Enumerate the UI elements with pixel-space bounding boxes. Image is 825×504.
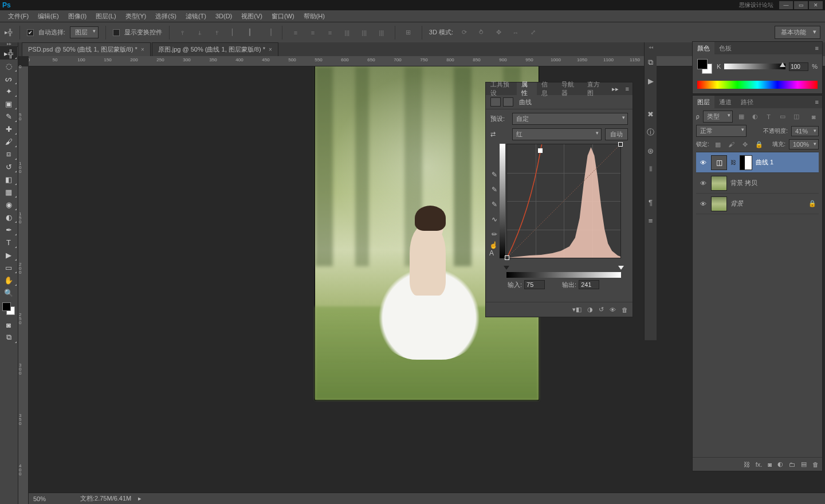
close-tab-icon[interactable]: × (269, 46, 272, 53)
blend-mode-select[interactable]: 正常 (696, 125, 747, 137)
eyedropper-tool[interactable]: ✎ (0, 110, 17, 123)
targeted-adjust-icon[interactable]: ☝A (489, 245, 500, 254)
new-layer-icon[interactable]: ▤ (801, 460, 807, 468)
color-wells[interactable] (2, 302, 15, 315)
mask-link-icon[interactable]: ⛓ (730, 159, 736, 166)
ruler-vertical[interactable]: 05 01 0 01 5 02 0 02 5 03 0 03 5 04 0 0 (18, 66, 29, 504)
auto-select-target[interactable]: 图层 (70, 26, 99, 38)
eyedropper-white-icon[interactable]: ✎ (489, 200, 500, 209)
curve-point-mid[interactable] (538, 148, 543, 153)
doc-tab-0[interactable]: PSD.psd @ 50% (曲线 1, 图层蒙版/8) *× (22, 42, 151, 56)
layer-name[interactable]: 背景 (730, 199, 805, 208)
brush-preset-icon[interactable]: ✖ (646, 109, 656, 119)
visibility-toggle[interactable]: 👁 (698, 159, 708, 166)
color-wells[interactable] (697, 59, 712, 74)
layer-thumb[interactable] (711, 176, 727, 191)
filter-adjust-icon[interactable]: ◐ (750, 112, 760, 121)
filter-pixel-icon[interactable]: ▦ (736, 112, 747, 121)
tab-paths[interactable]: 路径 (736, 96, 758, 108)
curve-point-highlight[interactable] (618, 142, 623, 147)
menu-layer[interactable]: 图层(L) (91, 12, 120, 21)
dodge-tool[interactable]: ◐ (0, 211, 17, 223)
menu-select[interactable]: 选择(S) (151, 12, 181, 21)
distribute-icon[interactable]: ≡ (289, 26, 302, 39)
tab-info[interactable]: 信息 (537, 82, 557, 95)
layer-mask-icon[interactable]: ◙ (768, 461, 772, 468)
menu-filter[interactable]: 滤镜(T) (181, 12, 211, 21)
tab-navigator[interactable]: 导航器 (557, 82, 583, 95)
fill-value[interactable]: 100% (789, 139, 819, 149)
curve-point-tool-icon[interactable]: ∿ (489, 215, 500, 224)
spectrum-ramp[interactable] (697, 81, 818, 89)
align-right-icon[interactable]: ▕ (262, 26, 275, 39)
distribute-icon-4[interactable]: ||| (341, 26, 353, 39)
menu-type[interactable]: 类型(Y) (121, 12, 151, 21)
quick-mask-toggle[interactable]: ◙ (0, 318, 17, 331)
quick-select-tool[interactable]: ✦ (0, 85, 17, 97)
tab-color[interactable]: 颜色 (693, 42, 714, 54)
align-bottom-icon[interactable]: ⫯ (211, 26, 223, 39)
new-group-icon[interactable]: 🗀 (789, 461, 795, 468)
align-left-icon[interactable]: ▏ (228, 26, 241, 39)
new-adjustment-icon[interactable]: ◐ (777, 460, 783, 468)
channel-icon[interactable]: ⇄ (490, 131, 509, 138)
brush-tool[interactable]: 🖌 (0, 135, 17, 148)
panel-expand-icon[interactable]: ▸▸ (608, 85, 622, 93)
3d-slide-icon[interactable]: ↔ (509, 26, 522, 39)
layer-thumb-adjustment[interactable]: ◫ (711, 155, 727, 170)
distribute-icon-5[interactable]: ||| (358, 26, 371, 39)
status-arrow-icon[interactable]: ▸ (138, 495, 142, 502)
curve-point-shadow[interactable] (505, 255, 509, 260)
auto-align-icon[interactable]: ⊞ (402, 26, 415, 39)
actions-icon[interactable]: ▶ (646, 76, 656, 86)
channel-select[interactable]: 红 (512, 128, 602, 140)
align-top-icon[interactable]: ⫯ (176, 26, 189, 39)
close-tab-icon[interactable]: × (141, 46, 144, 53)
layers-panel-menu-icon[interactable]: ≡ (812, 99, 822, 105)
menu-view[interactable]: 视图(V) (237, 12, 267, 21)
stamp-tool[interactable]: ⧈ (0, 148, 17, 160)
distribute-icon-6[interactable]: ||| (375, 26, 388, 39)
histogram-icon[interactable]: ⫴ (646, 164, 656, 174)
layer-row-copy[interactable]: 👁 背景 拷贝 (696, 173, 819, 194)
doc-size[interactable]: 文档:2.75M/6.41M (80, 494, 131, 503)
pen-tool[interactable]: ✒ (0, 223, 17, 236)
delete-adjustment-icon[interactable]: 🗑 (622, 306, 628, 313)
k-slider-track[interactable] (724, 64, 785, 69)
tab-layers[interactable]: 图层 (693, 96, 714, 108)
zoom-level[interactable]: 50% (33, 495, 73, 502)
clip-to-layer-icon[interactable]: ▾◧ (572, 306, 582, 313)
blur-tool[interactable]: ◉ (0, 198, 17, 211)
menu-3d[interactable]: 3D(D) (211, 13, 237, 19)
marquee-tool[interactable]: ◌ (0, 60, 17, 72)
character-icon[interactable]: ¶ (646, 197, 656, 207)
maximize-button[interactable]: ▭ (794, 1, 808, 9)
layer-row-curves[interactable]: 👁 ◫ ⛓ 曲线 1 (696, 152, 819, 173)
output-value[interactable] (579, 280, 599, 289)
delete-layer-icon[interactable]: 🗑 (812, 461, 819, 468)
3d-zoom-icon[interactable]: ⤢ (527, 26, 539, 39)
menu-edit[interactable]: 编辑(E) (33, 12, 64, 21)
layer-thumb[interactable] (711, 196, 727, 211)
eyedropper-black-icon[interactable]: ✎ (489, 170, 500, 179)
lock-position-icon[interactable]: ✥ (740, 140, 751, 149)
layer-mask-thumb[interactable] (740, 155, 752, 170)
distribute-icon-2[interactable]: ≡ (307, 26, 319, 39)
strip-handle[interactable]: ◂◂ (645, 45, 657, 49)
paragraph-icon[interactable]: ≡ (646, 215, 656, 226)
workspace-switcher[interactable]: 基本功能 (775, 26, 820, 39)
eyedropper-gray-icon[interactable]: ✎ (489, 185, 500, 194)
align-hcenter-icon[interactable]: ▎ (245, 26, 258, 39)
input-slider[interactable] (506, 266, 621, 271)
auto-button[interactable]: 自动 (605, 128, 628, 140)
previous-state-icon[interactable]: ◑ (587, 306, 593, 313)
visibility-toggle[interactable]: 👁 (698, 200, 708, 207)
lock-transparency-icon[interactable]: ▩ (713, 140, 723, 149)
curves-editor[interactable] (506, 144, 628, 271)
gradient-tool[interactable]: ▦ (0, 186, 17, 198)
menu-window[interactable]: 窗口(W) (267, 12, 299, 21)
menu-image[interactable]: 图像(I) (64, 12, 91, 21)
filter-smart-icon[interactable]: ◫ (791, 112, 802, 121)
tab-tool-presets[interactable]: 工具预设 (486, 82, 517, 95)
move-tool[interactable]: ▸╬ (0, 47, 17, 60)
